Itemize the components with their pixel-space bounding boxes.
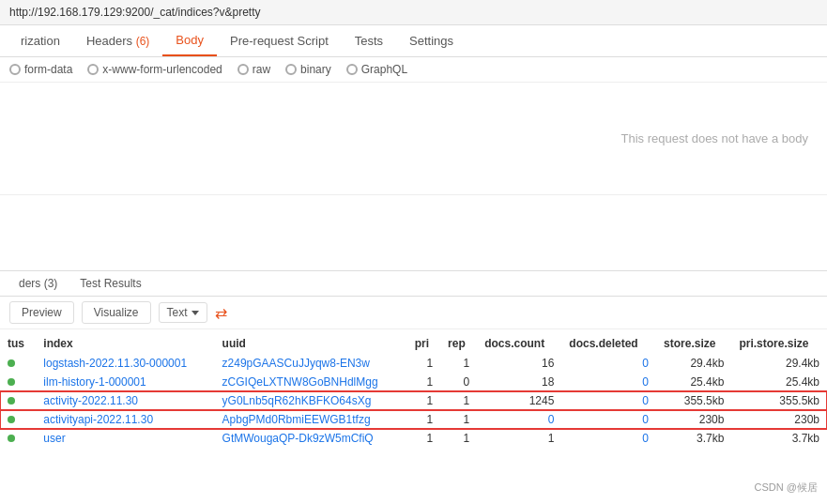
cell-docs-count: 18 (477, 373, 561, 391)
cell-pri: 1 (407, 373, 440, 391)
results-table: tus index uuid pri rep docs.count docs.d… (0, 333, 827, 448)
toolbar-row: Preview Visualize Text ⇄ (0, 297, 827, 329)
cell-status (0, 391, 36, 410)
tab-prerequest[interactable]: Pre-request Script (217, 26, 342, 55)
tabs-row: rization Headers (6) Body Pre-request Sc… (0, 25, 827, 57)
cell-store-size: 230b (656, 410, 731, 429)
cell-rep: 1 (440, 410, 477, 429)
cell-pri-store-size: 355.5kb (731, 391, 827, 410)
text-dropdown[interactable]: Text (159, 302, 207, 323)
cell-uuid: zCGIQeLXTNW8GoBNHdlMgg (215, 373, 407, 391)
label-urlencoded: x-www-form-urlencoded (102, 63, 222, 76)
table-row: logstash-2022.11.30-000001z249pGAASCuJJy… (0, 354, 827, 373)
label-form-data: form-data (24, 63, 72, 76)
label-raw: raw (253, 63, 270, 76)
option-form-data[interactable]: form-data (9, 63, 72, 76)
table-area: tus index uuid pri rep docs.count docs.d… (0, 329, 827, 504)
option-raw[interactable]: raw (237, 63, 270, 76)
cell-pri-store-size: 25.4kb (731, 373, 827, 391)
url-text: http://192.168.179.129:9200/_cat/indices… (9, 6, 261, 19)
status-dot (8, 359, 15, 367)
col-header-status: tus (0, 333, 36, 354)
cell-pri: 1 (407, 391, 440, 410)
no-body-message: This request does not have a body (621, 131, 808, 145)
option-graphql[interactable]: GraphQL (346, 63, 407, 76)
cell-uuid: ApbgPMd0RbmiEEWGB1tfzg (215, 410, 407, 429)
radio-urlencoded[interactable] (87, 64, 99, 75)
status-dot (8, 378, 15, 386)
cell-rep: 1 (440, 391, 477, 410)
cell-status (0, 429, 36, 448)
cell-uuid: yG0Lnb5qR62hKBFKO64sXg (215, 391, 407, 410)
cell-status (0, 354, 36, 373)
page-layout: http://192.168.179.129:9200/_cat/indices… (0, 0, 827, 504)
preview-button[interactable]: Preview (9, 301, 74, 324)
radio-graphql[interactable] (346, 64, 358, 75)
chevron-down-icon (191, 311, 199, 315)
radio-binary[interactable] (285, 64, 297, 75)
col-header-pri: pri (407, 333, 440, 354)
col-header-rep: rep (440, 333, 477, 354)
tab-headers-count[interactable]: ders (3) (8, 271, 69, 296)
status-dot (8, 435, 15, 442)
cell-index: user (36, 429, 214, 448)
label-graphql: GraphQL (361, 63, 407, 76)
col-header-docs-deleted: docs.deleted (561, 333, 656, 354)
cell-pri: 1 (407, 429, 440, 448)
cell-docs-count: 16 (477, 354, 561, 373)
cell-pri: 1 (407, 410, 440, 429)
spacer (0, 195, 827, 270)
cell-uuid: GtMWougaQP-Dk9zW5mCfiQ (215, 429, 407, 448)
text-label: Text (167, 306, 188, 319)
body-options-row: form-data x-www-form-urlencoded raw bina… (0, 57, 827, 83)
table-row: activity-2022.11.30yG0Lnb5qR62hKBFKO64sX… (0, 391, 827, 410)
cell-store-size: 25.4kb (656, 373, 731, 391)
cell-uuid: z249pGAASCuJJyqw8-EN3w (215, 354, 407, 373)
option-urlencoded[interactable]: x-www-form-urlencoded (87, 63, 222, 76)
table-row: ilm-history-1-000001zCGIQeLXTNW8GoBNHdlM… (0, 373, 827, 391)
cell-status (0, 410, 36, 429)
tab-tests[interactable]: Tests (342, 26, 396, 55)
cell-docs-count: 1 (477, 429, 561, 448)
cell-index: activityapi-2022.11.30 (36, 410, 214, 429)
cell-docs-deleted: 0 (561, 373, 656, 391)
watermark: CSDN @候居 (755, 481, 818, 495)
cell-status (0, 373, 36, 391)
cell-pri-store-size: 29.4kb (731, 354, 827, 373)
label-binary: binary (300, 63, 331, 76)
tab-test-results[interactable]: Test Results (69, 271, 152, 296)
table-row: userGtMWougaQP-Dk9zW5mCfiQ11103.7kb3.7kb (0, 429, 827, 448)
col-header-store-size: store.size (656, 333, 731, 354)
col-header-docs-count: docs.count (477, 333, 561, 354)
no-body-area: This request does not have a body (0, 83, 827, 195)
cell-index: logstash-2022.11.30-000001 (36, 354, 214, 373)
cell-docs-deleted: 0 (561, 391, 656, 410)
table-row: activityapi-2022.11.30ApbgPMd0RbmiEEWGB1… (0, 410, 827, 429)
cell-index: ilm-history-1-000001 (36, 373, 214, 391)
cell-store-size: 29.4kb (656, 354, 731, 373)
cell-docs-deleted: 0 (561, 354, 656, 373)
visualize-button[interactable]: Visualize (82, 301, 151, 324)
cell-pri-store-size: 230b (731, 410, 827, 429)
radio-form-data[interactable] (9, 64, 21, 75)
radio-raw[interactable] (237, 64, 249, 75)
tab-body[interactable]: Body (162, 25, 217, 56)
col-header-index: index (36, 333, 214, 354)
cell-docs-count: 1245 (477, 391, 561, 410)
sort-icon[interactable]: ⇄ (215, 304, 227, 322)
cell-pri-store-size: 3.7kb (731, 429, 827, 448)
cell-index: activity-2022.11.30 (36, 391, 214, 410)
url-bar: http://192.168.179.129:9200/_cat/indices… (0, 0, 827, 25)
table-header-row: tus index uuid pri rep docs.count docs.d… (0, 333, 827, 354)
tab-rization[interactable]: rization (8, 26, 73, 55)
cell-rep: 1 (440, 354, 477, 373)
cell-pri: 1 (407, 354, 440, 373)
cell-docs-deleted: 0 (561, 410, 656, 429)
cell-store-size: 3.7kb (656, 429, 731, 448)
tab-settings[interactable]: Settings (396, 26, 467, 55)
tab-headers[interactable]: Headers (6) (73, 26, 162, 55)
cell-store-size: 355.5kb (656, 391, 731, 410)
status-dot (8, 416, 15, 423)
cell-rep: 0 (440, 373, 477, 391)
option-binary[interactable]: binary (285, 63, 331, 76)
